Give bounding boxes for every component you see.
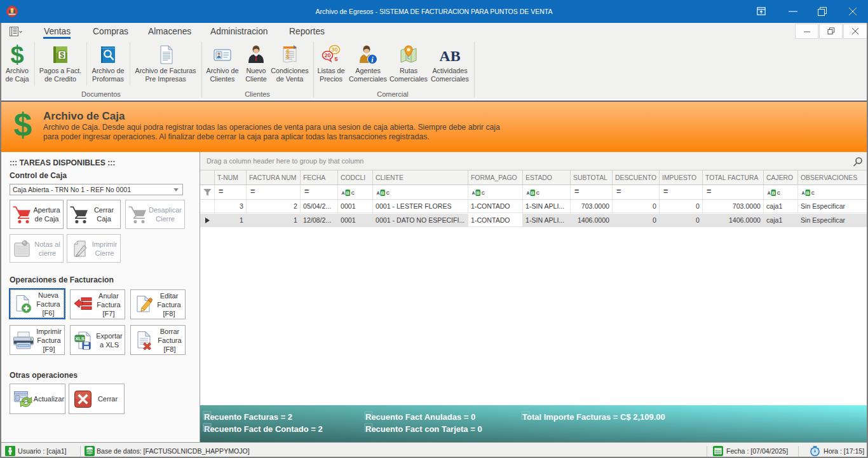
svg-text:B: B bbox=[346, 190, 349, 196]
svg-text:B: B bbox=[806, 190, 810, 196]
svg-text:$: $ bbox=[60, 51, 64, 60]
svg-text:A: A bbox=[802, 191, 805, 195]
svg-text:A: A bbox=[342, 191, 345, 195]
svg-text:30: 30 bbox=[331, 46, 337, 53]
svg-text:B: B bbox=[381, 190, 384, 196]
svg-text:20: 20 bbox=[324, 52, 330, 59]
svg-text:B: B bbox=[476, 190, 480, 196]
svg-text:C: C bbox=[351, 191, 355, 195]
svg-text:A: A bbox=[377, 191, 380, 195]
svg-text:C: C bbox=[811, 191, 815, 195]
svg-text:C: C bbox=[777, 191, 780, 195]
svg-text:$: $ bbox=[10, 45, 24, 65]
svg-text:B: B bbox=[771, 190, 775, 196]
svg-text:5: 5 bbox=[334, 56, 337, 62]
svg-text:$: $ bbox=[287, 53, 290, 60]
svg-text:$: $ bbox=[14, 108, 32, 140]
svg-text:C: C bbox=[482, 191, 485, 195]
svg-text:AB: AB bbox=[440, 48, 460, 64]
svg-text:A: A bbox=[472, 191, 475, 195]
svg-text:B: B bbox=[531, 190, 534, 196]
svg-text:C: C bbox=[386, 191, 390, 195]
svg-text:A: A bbox=[527, 191, 530, 195]
svg-text:A: A bbox=[768, 191, 771, 195]
svg-text:XLS: XLS bbox=[75, 335, 85, 341]
svg-text:C: C bbox=[536, 191, 539, 195]
